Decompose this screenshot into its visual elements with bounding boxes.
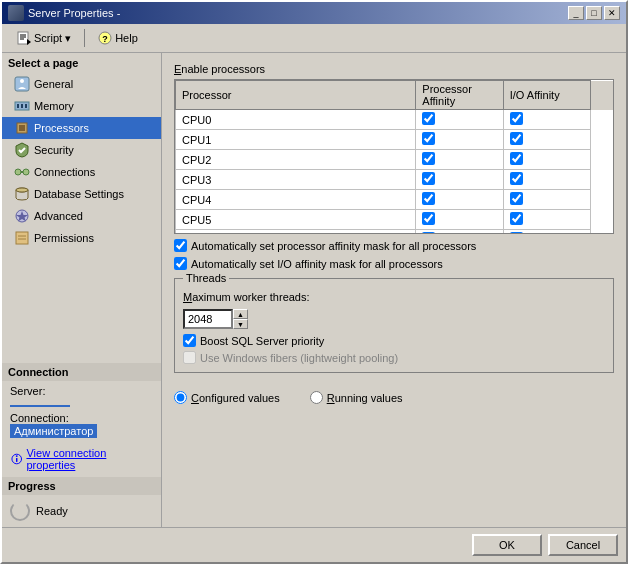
auto-processor-affinity-checkbox[interactable] xyxy=(174,239,187,252)
sidebar-label-memory: Memory xyxy=(34,100,74,112)
sidebar-item-permissions[interactable]: Permissions xyxy=(2,227,161,249)
connection-link-icon xyxy=(10,452,23,466)
script-button[interactable]: Script ▾ xyxy=(10,28,78,48)
io-affinity-checkbox[interactable] xyxy=(510,192,523,205)
spinbox-up-button[interactable]: ▲ xyxy=(233,309,248,319)
minimize-button[interactable]: _ xyxy=(568,6,584,20)
affinity-cell xyxy=(416,230,503,235)
threads-group: Threads Maximum worker threads: 2048 ▲ ▼ xyxy=(174,278,614,373)
cpu-name-cell: CPU0 xyxy=(176,110,416,130)
ok-button[interactable]: OK xyxy=(472,534,542,556)
io-affinity-checkbox[interactable] xyxy=(510,152,523,165)
affinity-cell xyxy=(416,170,503,190)
sidebar-item-connections[interactable]: Connections xyxy=(2,161,161,183)
io-affinity-cell xyxy=(503,170,590,190)
ready-label: Ready xyxy=(36,505,68,517)
windows-fibers-row: Use Windows fibers (lightweight pooling) xyxy=(183,351,605,364)
spinbox-down-button[interactable]: ▼ xyxy=(233,319,248,329)
affinity-checkbox[interactable] xyxy=(422,192,435,205)
running-values-radio[interactable] xyxy=(310,391,323,404)
help-icon: ? xyxy=(98,31,112,45)
sidebar-item-general[interactable]: General xyxy=(2,73,161,95)
boost-checkbox[interactable] xyxy=(183,334,196,347)
cpu-name-cell: CPU6 xyxy=(176,230,416,235)
sidebar-item-memory[interactable]: Memory xyxy=(2,95,161,117)
server-label: Server: xyxy=(10,385,45,397)
table-row: CPU1 xyxy=(176,130,613,150)
io-affinity-checkbox[interactable] xyxy=(510,132,523,145)
view-connection-link[interactable]: View connection properties xyxy=(2,445,161,473)
worker-threads-input[interactable]: 2048 xyxy=(183,309,233,329)
io-affinity-cell xyxy=(503,110,590,130)
help-label: Help xyxy=(115,32,138,44)
affinity-checkbox[interactable] xyxy=(422,152,435,165)
permissions-icon xyxy=(14,230,30,246)
close-button[interactable]: ✕ xyxy=(604,6,620,20)
col-affinity: Processor Affinity xyxy=(416,81,503,110)
col-scrollbar-spacer xyxy=(591,81,613,110)
window-title: Server Properties - xyxy=(28,7,120,19)
processor-table-container[interactable]: Processor Processor Affinity I/O Affinit… xyxy=(174,79,614,234)
cpu-name-cell: CPU5 xyxy=(176,210,416,230)
content-area: Enable processors Processor Processor Af… xyxy=(162,53,626,527)
io-affinity-cell xyxy=(503,130,590,150)
max-worker-threads-label-text: aximum worker threads: xyxy=(192,291,309,303)
auto-processor-affinity-label: Automatically set processor affinity mas… xyxy=(191,240,476,252)
sidebar-item-security[interactable]: Security xyxy=(2,139,161,161)
svg-rect-11 xyxy=(21,104,23,108)
bottom-buttons: OK Cancel xyxy=(2,527,626,562)
configured-values-radio[interactable] xyxy=(174,391,187,404)
progress-section-header: Progress xyxy=(2,477,161,495)
auto-io-affinity-checkbox[interactable] xyxy=(174,257,187,270)
svg-rect-0 xyxy=(18,32,28,44)
script-icon xyxy=(17,31,31,45)
cpu-name-cell: CPU1 xyxy=(176,130,416,150)
connection-section-header: Connection xyxy=(2,363,161,381)
io-affinity-cell xyxy=(503,190,590,210)
io-affinity-checkbox[interactable] xyxy=(510,172,523,185)
cpu-name-cell: CPU2 xyxy=(176,150,416,170)
affinity-cell xyxy=(416,150,503,170)
svg-point-25 xyxy=(16,455,18,457)
auto-processor-affinity-row: Automatically set processor affinity mas… xyxy=(174,239,614,252)
connection-value-text: Администратор xyxy=(14,425,93,437)
window-icon xyxy=(8,5,24,21)
maximize-button[interactable]: □ xyxy=(586,6,602,20)
svg-point-15 xyxy=(15,169,21,175)
sidebar-label-permissions: Permissions xyxy=(34,232,94,244)
main-content: Select a page General Memory Processors xyxy=(2,53,626,527)
title-bar: Server Properties - _ □ ✕ xyxy=(2,2,626,24)
io-affinity-checkbox[interactable] xyxy=(510,232,523,234)
svg-rect-10 xyxy=(17,104,19,108)
script-dropdown-icon: ▾ xyxy=(65,32,71,45)
toolbar-separator xyxy=(84,29,85,47)
spinbox-buttons: ▲ ▼ xyxy=(233,309,248,329)
sidebar-label-general: General xyxy=(34,78,73,90)
progress-ready: Ready xyxy=(2,495,161,527)
sidebar-item-processors[interactable]: Processors xyxy=(2,117,161,139)
svg-rect-12 xyxy=(25,104,27,108)
connections-icon xyxy=(14,164,30,180)
auto-io-affinity-row: Automatically set I/O affinity mask for … xyxy=(174,257,614,270)
memory-icon xyxy=(14,98,30,114)
view-connection-label: View connection properties xyxy=(26,447,153,471)
configured-values-label: Configured values xyxy=(191,392,280,404)
sidebar-item-advanced[interactable]: Advanced xyxy=(2,205,161,227)
col-processor: Processor xyxy=(176,81,416,110)
auto-io-affinity-label: Automatically set I/O affinity mask for … xyxy=(191,258,443,270)
io-affinity-checkbox[interactable] xyxy=(510,212,523,225)
affinity-checkbox[interactable] xyxy=(422,132,435,145)
affinity-checkbox[interactable] xyxy=(422,212,435,225)
affinity-checkbox[interactable] xyxy=(422,172,435,185)
cancel-button[interactable]: Cancel xyxy=(548,534,618,556)
sidebar-item-database-settings[interactable]: Database Settings xyxy=(2,183,161,205)
configured-values-option[interactable]: Configured values xyxy=(174,391,280,404)
affinity-checkbox[interactable] xyxy=(422,232,435,234)
io-affinity-checkbox[interactable] xyxy=(510,112,523,125)
affinity-cell xyxy=(416,130,503,150)
bottom-checkboxes: Boost SQL Server priority Use Windows fi… xyxy=(183,334,605,364)
boost-label: Boost SQL Server priority xyxy=(200,335,324,347)
running-values-option[interactable]: Running values xyxy=(310,391,403,404)
help-button[interactable]: ? Help xyxy=(91,28,145,48)
affinity-checkbox[interactable] xyxy=(422,112,435,125)
